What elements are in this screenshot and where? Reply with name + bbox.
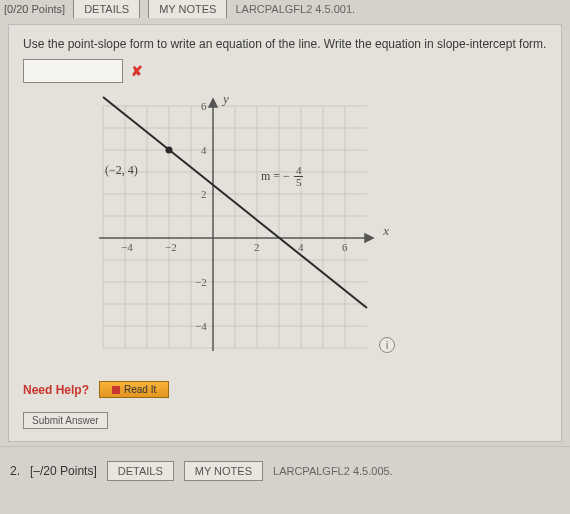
tick-x-n2: −2 bbox=[165, 241, 177, 253]
tick-y-n2: −2 bbox=[195, 276, 207, 288]
x-axis-label: x bbox=[383, 223, 389, 239]
tick-x-n4: −4 bbox=[121, 241, 133, 253]
answer-input[interactable] bbox=[23, 59, 123, 83]
svg-marker-25 bbox=[365, 234, 373, 242]
question-number: 2. bbox=[10, 464, 20, 478]
next-question-row: 2. [–/20 Points] DETAILS MY NOTES LARCPA… bbox=[0, 446, 570, 489]
graph-svg: −4 −2 2 4 6 6 4 2 −2 −4 bbox=[63, 93, 393, 363]
read-it-button[interactable]: Read It bbox=[99, 381, 169, 398]
slope-denominator: 5 bbox=[294, 177, 304, 188]
tick-x-p2: 2 bbox=[254, 241, 260, 253]
my-notes-button-top[interactable]: MY NOTES bbox=[148, 0, 227, 18]
info-icon[interactable]: i bbox=[379, 337, 395, 353]
reference-label-next: LARCPALGFL2 4.5.005. bbox=[273, 465, 393, 477]
plot-point bbox=[166, 147, 173, 154]
details-button-next[interactable]: DETAILS bbox=[107, 461, 174, 481]
points-label: [0/20 Points] bbox=[4, 3, 65, 15]
my-notes-button-next[interactable]: MY NOTES bbox=[184, 461, 263, 481]
slope-label: m = − 4 5 bbox=[261, 165, 303, 188]
submit-answer-button[interactable]: Submit Answer bbox=[23, 412, 108, 429]
details-button-top[interactable]: DETAILS bbox=[73, 0, 140, 18]
wrong-icon: ✘ bbox=[131, 63, 143, 79]
tick-x-p4: 4 bbox=[298, 241, 304, 253]
book-icon bbox=[112, 386, 120, 394]
question-card: Use the point-slope form to write an equ… bbox=[8, 24, 562, 442]
slope-prefix: m = − bbox=[261, 169, 290, 184]
graph: y x (−2, 4) m = − 4 5 bbox=[63, 93, 393, 363]
need-help-row: Need Help? Read It bbox=[23, 381, 547, 398]
point-label: (−2, 4) bbox=[105, 163, 138, 178]
question-prompt: Use the point-slope form to write an equ… bbox=[23, 37, 547, 51]
tick-y-p2: 2 bbox=[201, 188, 207, 200]
tick-x-p6: 6 bbox=[342, 241, 348, 253]
answer-row: ✘ bbox=[23, 59, 547, 83]
svg-marker-24 bbox=[209, 99, 217, 107]
need-help-label: Need Help? bbox=[23, 383, 89, 397]
tick-y-p6: 6 bbox=[201, 100, 207, 112]
slope-fraction: 4 5 bbox=[294, 165, 304, 188]
y-axis-label: y bbox=[223, 91, 229, 107]
tick-y-p4: 4 bbox=[201, 144, 207, 156]
read-it-label: Read It bbox=[124, 384, 156, 395]
tick-y-n4: −4 bbox=[195, 320, 207, 332]
reference-label-top: LARCPALGFL2 4.5.001. bbox=[235, 3, 355, 15]
next-points-label: [–/20 Points] bbox=[30, 464, 97, 478]
header-row: [0/20 Points] DETAILS MY NOTES LARCPALGF… bbox=[0, 0, 570, 18]
